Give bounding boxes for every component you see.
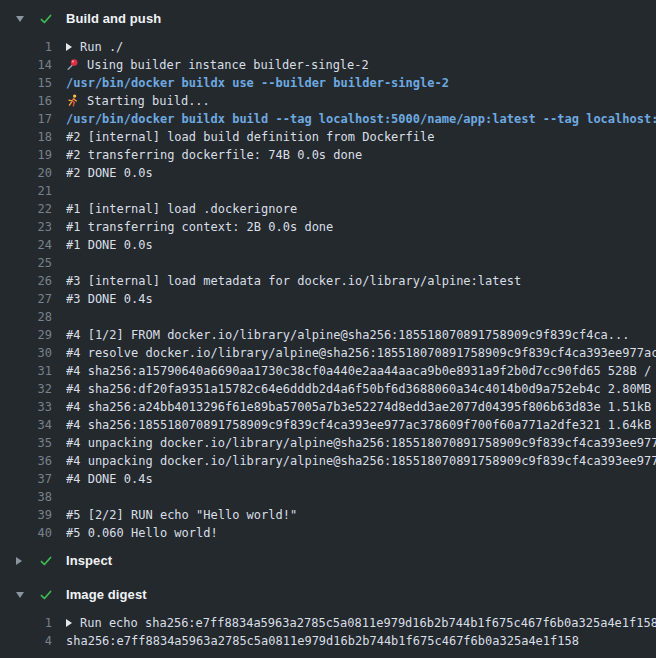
log-text-cell bbox=[66, 488, 656, 506]
log-text-cell: #4 sha256:185518070891758909c9f839cf4ca3… bbox=[66, 416, 656, 434]
runner-icon bbox=[66, 94, 79, 107]
chevron-down-icon bbox=[16, 592, 26, 598]
log-line: 37#4 DONE 0.4s bbox=[0, 470, 656, 488]
log-line: 29#4 [1/2] FROM docker.io/library/alpine… bbox=[0, 326, 656, 344]
log-line: 4sha256:e7ff8834a5963a2785c5a0811e979d16… bbox=[0, 632, 656, 650]
log-text-cell: Run echo sha256:e7ff8834a5963a2785c5a081… bbox=[66, 614, 656, 632]
log-text: Run echo sha256:e7ff8834a5963a2785c5a081… bbox=[80, 616, 656, 630]
line-number-link[interactable]: 29 bbox=[0, 326, 52, 344]
line-number-link[interactable]: 35 bbox=[0, 434, 52, 452]
line-number-link[interactable]: 23 bbox=[0, 218, 52, 236]
log-text: #4 unpacking docker.io/library/alpine@sh… bbox=[66, 436, 656, 450]
line-number-link[interactable]: 34 bbox=[0, 416, 52, 434]
line-number-link[interactable]: 27 bbox=[0, 290, 52, 308]
line-number-link[interactable]: 36 bbox=[0, 452, 52, 470]
chevron-down-icon bbox=[16, 16, 26, 22]
line-number-link[interactable]: 26 bbox=[0, 272, 52, 290]
log-text: /usr/bin/docker buildx build --tag local… bbox=[66, 112, 656, 126]
line-number-link[interactable]: 4 bbox=[0, 632, 52, 650]
log-text-cell bbox=[66, 182, 656, 200]
line-number-link[interactable]: 22 bbox=[0, 200, 52, 218]
log-text: sha256:e7ff8834a5963a2785c5a0811e979d16b… bbox=[66, 634, 579, 648]
log-text-cell: #4 unpacking docker.io/library/alpine@sh… bbox=[66, 434, 656, 452]
line-number-link[interactable]: 32 bbox=[0, 380, 52, 398]
line-number-link[interactable]: 33 bbox=[0, 398, 52, 416]
log-text-cell: /usr/bin/docker buildx use --builder bui… bbox=[66, 74, 656, 92]
log-text-cell: #1 DONE 0.0s bbox=[66, 236, 656, 254]
log-text-cell: #1 transferring context: 2B 0.0s done bbox=[66, 218, 656, 236]
line-number-link[interactable]: 1 bbox=[0, 38, 52, 56]
log-text: Starting build... bbox=[87, 94, 210, 108]
log-line: 31#4 sha256:a15790640a6690aa1730c38cf0a4… bbox=[0, 362, 656, 380]
line-number-link[interactable]: 31 bbox=[0, 362, 52, 380]
run-marker-icon bbox=[66, 43, 72, 51]
log-text: #4 sha256:185518070891758909c9f839cf4ca3… bbox=[66, 418, 656, 432]
line-number-link[interactable]: 28 bbox=[0, 308, 52, 326]
log-line: 36#4 unpacking docker.io/library/alpine@… bbox=[0, 452, 656, 470]
line-number-link[interactable]: 20 bbox=[0, 164, 52, 182]
log-text: #1 [internal] load .dockerignore bbox=[66, 202, 297, 216]
log-text-cell bbox=[66, 308, 656, 326]
log-line: 35#4 unpacking docker.io/library/alpine@… bbox=[0, 434, 656, 452]
log-text-cell: #2 transferring dockerfile: 74B 0.0s don… bbox=[66, 146, 656, 164]
log-text-cell: #5 0.060 Hello world! bbox=[66, 524, 656, 542]
log-text-cell: #3 [internal] load metadata for docker.i… bbox=[66, 272, 656, 290]
line-number-link[interactable]: 19 bbox=[0, 146, 52, 164]
log-line: 33#4 sha256:a24bb4013296f61e89ba57005a7b… bbox=[0, 398, 656, 416]
line-number-link[interactable]: 14 bbox=[0, 56, 52, 74]
line-number-link[interactable]: 18 bbox=[0, 128, 52, 146]
log-text-cell: #4 resolve docker.io/library/alpine@sha2… bbox=[66, 344, 656, 362]
log-text: #2 transferring dockerfile: 74B 0.0s don… bbox=[66, 148, 362, 162]
log-line: 38 bbox=[0, 488, 656, 506]
log-line: 30#4 resolve docker.io/library/alpine@sh… bbox=[0, 344, 656, 362]
line-number-link[interactable]: 38 bbox=[0, 488, 52, 506]
log-text-cell: Starting build... bbox=[66, 92, 656, 110]
log-line: 34#4 sha256:185518070891758909c9f839cf4c… bbox=[0, 416, 656, 434]
line-number-link[interactable]: 40 bbox=[0, 524, 52, 542]
log-line: 19#2 transferring dockerfile: 74B 0.0s d… bbox=[0, 146, 656, 164]
log-line: 32#4 sha256:df20fa9351a15782c64e6dddb2d4… bbox=[0, 380, 656, 398]
section-title: Image digest bbox=[66, 586, 147, 604]
log-text-cell: #4 sha256:a15790640a6690aa1730c38cf0a440… bbox=[66, 362, 656, 380]
log-text: Using builder instance builder-single-2 bbox=[87, 58, 369, 72]
log-text: #4 sha256:a15790640a6690aa1730c38cf0a440… bbox=[66, 364, 656, 378]
success-check-icon bbox=[39, 554, 53, 568]
log-text-cell: #4 DONE 0.4s bbox=[66, 470, 656, 488]
line-number-link[interactable]: 30 bbox=[0, 344, 52, 362]
log-text: #3 [internal] load metadata for docker.i… bbox=[66, 274, 521, 288]
line-number-link[interactable]: 21 bbox=[0, 182, 52, 200]
log-line: 28 bbox=[0, 308, 656, 326]
log-text: #5 [2/2] RUN echo "Hello world!" bbox=[66, 508, 297, 522]
pushpin-icon bbox=[66, 58, 79, 71]
log-line: 20#2 DONE 0.0s bbox=[0, 164, 656, 182]
section-header-build-and-push[interactable]: Build and push bbox=[0, 8, 656, 30]
line-number-link[interactable]: 39 bbox=[0, 506, 52, 524]
workflow-log-viewer: Build and push1Run ./14Using builder ins… bbox=[0, 0, 656, 658]
log-text: #5 0.060 Hello world! bbox=[66, 526, 218, 540]
line-number-link[interactable]: 1 bbox=[0, 614, 52, 632]
log-text-cell: #3 DONE 0.4s bbox=[66, 290, 656, 308]
section-log-body: 1Run ./14Using builder instance builder-… bbox=[0, 30, 656, 550]
line-number-link[interactable]: 17 bbox=[0, 110, 52, 128]
chevron-right-icon bbox=[16, 557, 26, 565]
line-number-link[interactable]: 16 bbox=[0, 92, 52, 110]
log-line: 21 bbox=[0, 182, 656, 200]
log-text: #1 DONE 0.0s bbox=[66, 238, 153, 252]
section-log-body: 1Run echo sha256:e7ff8834a5963a2785c5a08… bbox=[0, 606, 656, 658]
line-number-link[interactable]: 24 bbox=[0, 236, 52, 254]
line-number-link[interactable]: 15 bbox=[0, 74, 52, 92]
section-header-inspect[interactable]: Inspect bbox=[0, 550, 656, 572]
log-text-cell: #4 sha256:df20fa9351a15782c64e6dddb2d4a6… bbox=[66, 380, 656, 398]
log-line: 1Run echo sha256:e7ff8834a5963a2785c5a08… bbox=[0, 614, 656, 632]
success-check-icon bbox=[39, 588, 53, 602]
section-header-image-digest[interactable]: Image digest bbox=[0, 584, 656, 606]
log-section-build-and-push: Build and push1Run ./14Using builder ins… bbox=[0, 8, 656, 550]
log-text: #4 DONE 0.4s bbox=[66, 472, 153, 486]
log-line: 17/usr/bin/docker buildx build --tag loc… bbox=[0, 110, 656, 128]
line-number-link[interactable]: 37 bbox=[0, 470, 52, 488]
log-text: #4 unpacking docker.io/library/alpine@sh… bbox=[66, 454, 656, 468]
log-text-cell: Using builder instance builder-single-2 bbox=[66, 56, 656, 74]
log-text-cell bbox=[66, 254, 656, 272]
run-marker-icon bbox=[66, 619, 72, 627]
line-number-link[interactable]: 25 bbox=[0, 254, 52, 272]
